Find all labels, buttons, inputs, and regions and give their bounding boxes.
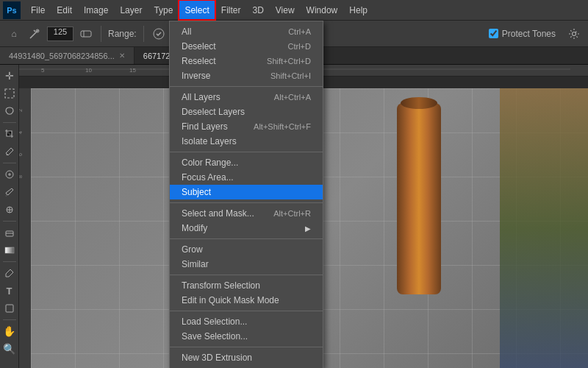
- svg-text:6: 6: [19, 153, 23, 156]
- menu-similar[interactable]: Similar: [170, 257, 323, 272]
- gradient-tool[interactable]: [1, 242, 18, 258]
- submenu-arrow-icon: ▶: [305, 224, 311, 233]
- menu-deselect[interactable]: Deselect Ctrl+D: [170, 39, 323, 54]
- menu-grow-label: Grow: [182, 244, 203, 255]
- text-tool[interactable]: T: [1, 283, 18, 299]
- hand-tool[interactable]: ✋: [1, 323, 18, 339]
- menu-isolate-layers[interactable]: Isolate Layers: [170, 134, 323, 149]
- svg-text:10: 10: [85, 67, 92, 74]
- menu-inverse[interactable]: Inverse Shift+Ctrl+I: [170, 68, 323, 83]
- eyedropper-tool[interactable]: [1, 144, 18, 160]
- menu-subject[interactable]: Subject: [170, 185, 323, 199]
- menu-new-3d-label: New 3D Extrusion: [182, 353, 252, 363]
- sep-3: [170, 202, 323, 203]
- svg-rect-19: [19, 88, 31, 368]
- crop-tool[interactable]: [1, 126, 18, 142]
- select-dropdown-menu: All Ctrl+A Deselect Ctrl+D Reselect Shif…: [169, 21, 323, 368]
- side-photo: [500, 88, 588, 368]
- menu-find-layers-label: Find Layers: [182, 121, 228, 132]
- menu-layer[interactable]: Layer: [114, 0, 148, 20]
- menu-reselect[interactable]: Reselect Shift+Ctrl+D: [170, 54, 323, 68]
- home-icon[interactable]: ⌂: [6, 26, 22, 42]
- menu-filter[interactable]: Filter: [215, 0, 247, 20]
- tab-0-close[interactable]: ✕: [119, 52, 125, 60]
- tool-sep-4: [3, 261, 16, 262]
- brush-size-input[interactable]: 125: [47, 26, 74, 41]
- clone-tool[interactable]: [1, 202, 18, 218]
- svg-text:5: 5: [41, 67, 45, 74]
- cylinder-object: [397, 103, 441, 294]
- brush-tool[interactable]: [1, 184, 18, 200]
- tool-sep-3: [3, 221, 16, 222]
- menu-similar-label: Similar: [182, 259, 209, 269]
- rect-select-tool[interactable]: [1, 85, 18, 102]
- menu-type[interactable]: Type: [148, 0, 179, 20]
- move-tool[interactable]: ✛: [1, 68, 18, 84]
- menu-window[interactable]: Window: [301, 0, 344, 20]
- tab-0[interactable]: 44931480_5697068234856... ✕: [0, 47, 135, 64]
- refine-edge-icon[interactable]: [151, 26, 167, 42]
- menu-deselect-layers[interactable]: Deselect Layers: [170, 105, 323, 119]
- menu-view[interactable]: View: [270, 0, 301, 20]
- sep-6: [170, 311, 323, 311]
- menu-reselect-shortcut: Shift+Ctrl+D: [267, 57, 311, 66]
- healing-tool[interactable]: [1, 166, 18, 183]
- sep-5: [170, 275, 323, 275]
- tool-sep-5: [3, 319, 16, 320]
- shape-tool[interactable]: [1, 300, 18, 316]
- menu-all-shortcut: Ctrl+A: [288, 27, 311, 36]
- menu-modify[interactable]: Modify ▶: [170, 221, 323, 236]
- menu-save-selection[interactable]: Save Selection...: [170, 329, 323, 344]
- menu-find-layers[interactable]: Find Layers Alt+Shift+Ctrl+F: [170, 119, 323, 134]
- menu-focus-area[interactable]: Focus Area...: [170, 170, 323, 185]
- menu-modify-label: Modify: [182, 223, 207, 233]
- menu-grow[interactable]: Grow: [170, 242, 323, 257]
- menu-image[interactable]: Image: [78, 0, 114, 20]
- svg-rect-10: [5, 247, 14, 253]
- cylinder-top: [401, 97, 437, 109]
- svg-text:8: 8: [19, 175, 23, 178]
- menu-all-layers-label: All Layers: [182, 92, 220, 102]
- menu-all-label: All: [182, 26, 191, 37]
- sep-2: [170, 152, 323, 152]
- menu-edit[interactable]: Edit: [51, 0, 78, 20]
- menu-file[interactable]: File: [25, 0, 51, 20]
- svg-rect-5: [5, 89, 14, 98]
- zoom-tool[interactable]: 🔍: [1, 341, 18, 357]
- menu-all[interactable]: All Ctrl+A: [170, 24, 323, 39]
- menu-load-selection[interactable]: Load Selection...: [170, 314, 323, 329]
- protect-tones-label: Protect Tones: [502, 29, 556, 39]
- tool-sep-1: [3, 122, 16, 123]
- menu-select-mask[interactable]: Select and Mask... Alt+Ctrl+R: [170, 206, 323, 221]
- menu-transform-selection[interactable]: Transform Selection: [170, 278, 323, 293]
- svg-point-4: [573, 32, 576, 35]
- menu-select-mask-shortcut: Alt+Ctrl+R: [273, 209, 311, 218]
- menu-quick-mask[interactable]: Edit in Quick Mask Mode: [170, 293, 323, 308]
- pen-tool[interactable]: [1, 265, 18, 281]
- settings-icon[interactable]: [566, 26, 582, 42]
- left-toolbox: ✛ T: [0, 65, 19, 368]
- menu-all-layers[interactable]: All Layers Alt+Ctrl+A: [170, 90, 323, 105]
- menu-reselect-label: Reselect: [182, 56, 216, 66]
- svg-rect-1: [81, 31, 91, 37]
- magic-wand-tool-icon[interactable]: [26, 26, 43, 42]
- brush-pressure-icon[interactable]: [78, 26, 94, 42]
- menu-color-range[interactable]: Color Range...: [170, 155, 323, 170]
- sep-4: [170, 238, 323, 239]
- svg-text:4: 4: [19, 131, 23, 134]
- protect-tones-group: Protect Tones: [489, 29, 556, 39]
- sep-1: [170, 86, 323, 87]
- sep-7: [170, 347, 323, 347]
- separator-1: [101, 26, 101, 42]
- menu-help[interactable]: Help: [343, 0, 373, 20]
- protect-tones-checkbox[interactable]: [489, 29, 498, 38]
- menu-3d[interactable]: 3D: [246, 0, 269, 20]
- tool-sep-2: [3, 163, 16, 163]
- menu-new-3d[interactable]: New 3D Extrusion: [170, 350, 323, 365]
- menu-select[interactable]: Select: [179, 0, 215, 20]
- range-control: Range:: [108, 29, 137, 39]
- eraser-tool[interactable]: [1, 224, 18, 241]
- menu-focus-area-label: Focus Area...: [182, 172, 234, 183]
- menu-load-selection-label: Load Selection...: [182, 316, 247, 327]
- lasso-tool[interactable]: [1, 103, 18, 119]
